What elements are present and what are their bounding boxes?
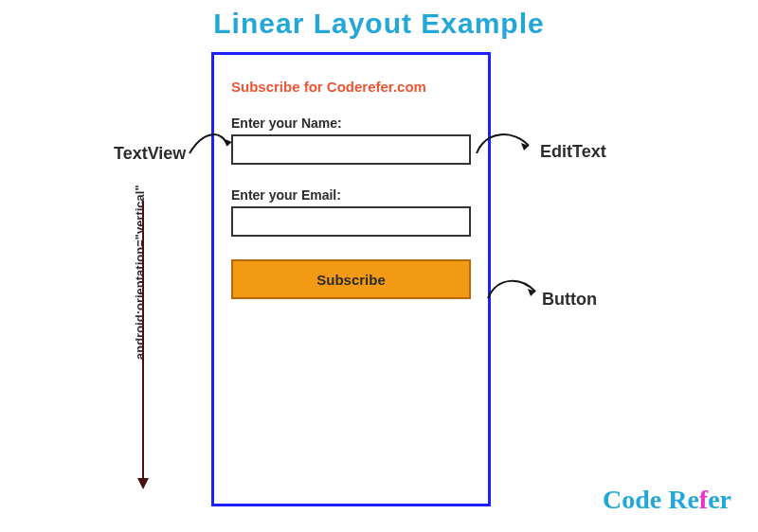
arrow-button-icon xyxy=(483,275,545,308)
name-input[interactable] xyxy=(231,134,471,165)
annotation-button: Button xyxy=(542,290,597,310)
subscribe-button[interactable]: Subscribe xyxy=(231,259,471,299)
email-input[interactable] xyxy=(231,206,471,237)
annotation-textview: TextView xyxy=(114,144,186,164)
logo-part2: f xyxy=(699,485,708,514)
annotation-orientation: android:orientation="vertical" xyxy=(133,185,147,360)
subscribe-button-label: Subscribe xyxy=(316,272,386,288)
coderefer-logo: Code Refer xyxy=(603,485,731,515)
name-label: Enter your Name: xyxy=(231,115,471,131)
logo-part1: Code Re xyxy=(603,485,699,514)
diagram-title: Linear Layout Example xyxy=(213,8,544,40)
linear-layout-frame: Subscribe for Coderefer.com Enter your N… xyxy=(211,52,491,506)
logo-part3: er xyxy=(708,485,731,514)
annotation-edittext: EditText xyxy=(540,142,606,162)
orientation-arrow-icon xyxy=(142,201,144,480)
email-label: Enter your Email: xyxy=(231,187,471,203)
subscribe-heading: Subscribe for Coderefer.com xyxy=(231,79,471,95)
